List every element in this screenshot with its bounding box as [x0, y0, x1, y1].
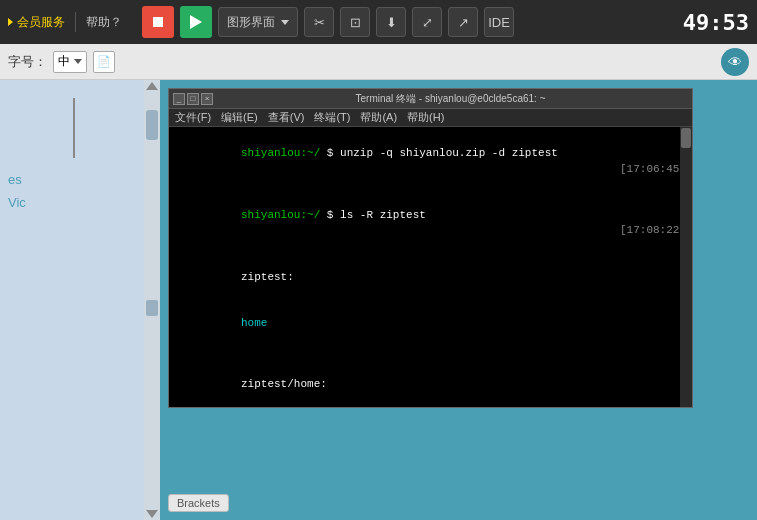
scroll-up-icon — [146, 82, 158, 90]
scissors-icon: ✂ — [314, 15, 325, 30]
next-icon — [190, 15, 202, 29]
countdown-timer: 49:53 — [683, 10, 749, 35]
scroll-middle-icon — [146, 300, 158, 316]
font-size-value: 中 — [58, 53, 70, 70]
sidebar-item-es[interactable]: es — [8, 168, 140, 191]
main-area: es Vic _ □ × Terminal 终端 - shiyanlou@e0c… — [0, 80, 757, 520]
menu-view[interactable]: 查看(V) — [268, 110, 305, 125]
scroll-down-icon — [146, 510, 158, 518]
eye-icon-button[interactable]: 👁 — [721, 48, 749, 76]
topbar-divider — [75, 12, 76, 32]
secondbar: 字号： 中 📄 👁 — [0, 44, 757, 80]
menu-help3[interactable]: 帮助(H) — [407, 110, 444, 125]
file-icon-button[interactable]: 📄 — [93, 51, 115, 73]
terminal-titlebar: _ □ × Terminal 终端 - shiyanlou@e0clde5ca6… — [169, 89, 692, 109]
topbar: 会员服务 帮助？ 图形界面 ✂ ⊡ ⬇ ⤢ ↗ IDE 49:53 — [0, 0, 757, 44]
next-button[interactable] — [180, 6, 212, 38]
terminal-line — [175, 346, 686, 361]
terminal-line: shiyanlou:~/ $ ls -R ziptest [17:08:22] — [175, 193, 686, 255]
font-size-selector[interactable]: 中 — [53, 51, 87, 73]
terminal-menubar: 文件(F) 编辑(E) 查看(V) 终端(T) 帮助(A) 帮助(H) — [169, 109, 692, 127]
eye-icon: 👁 — [728, 54, 742, 70]
download-button[interactable]: ⬇ — [376, 7, 406, 37]
brackets-label: Brackets — [168, 494, 229, 512]
terminal-maximize-button[interactable]: □ — [187, 93, 199, 105]
menu-edit[interactable]: 编辑(E) — [221, 110, 258, 125]
terminal-container: _ □ × Terminal 终端 - shiyanlou@e0clde5ca6… — [160, 80, 757, 520]
terminal-scrollbar[interactable] — [680, 127, 692, 407]
gui-dropdown[interactable]: 图形界面 — [218, 7, 298, 37]
terminal-line: shiyanlou:~/ $ unzip -q shiyanlou.zip -d… — [175, 131, 686, 193]
help-button[interactable]: 帮助？ — [86, 14, 122, 31]
terminal-line: home — [175, 300, 686, 346]
gui-dropdown-label: 图形界面 — [227, 14, 275, 31]
terminal-window: _ □ × Terminal 终端 - shiyanlou@e0clde5ca6… — [168, 88, 693, 408]
scissors-button[interactable]: ✂ — [304, 7, 334, 37]
terminal-title: Terminal 终端 - shiyanlou@e0clde5ca61: ~ — [213, 92, 688, 106]
scroll-thumb[interactable] — [146, 110, 158, 140]
stop-icon — [153, 17, 163, 27]
terminal-line: ziptest: — [175, 254, 686, 300]
terminal-scroll-thumb[interactable] — [681, 128, 691, 148]
sidebar-item-vic[interactable]: Vic — [8, 191, 140, 214]
expand-icon: ⤢ — [422, 15, 433, 30]
menu-terminal[interactable]: 终端(T) — [314, 110, 350, 125]
stop-button[interactable] — [142, 6, 174, 38]
font-size-arrow-icon — [74, 59, 82, 64]
terminal-line: ziptest/home: — [175, 362, 686, 407]
terminal-minimize-button[interactable]: _ — [173, 93, 185, 105]
ide-label: IDE — [488, 15, 510, 30]
sidebar-content: es Vic — [0, 80, 160, 520]
download-icon: ⬇ — [386, 15, 397, 30]
menu-help2[interactable]: 帮助(A) — [360, 110, 397, 125]
copy-button[interactable]: ⊡ — [340, 7, 370, 37]
terminal-close-button[interactable]: × — [201, 93, 213, 105]
copy-icon: ⊡ — [350, 15, 361, 30]
sidebar-scrollbar[interactable] — [144, 80, 160, 520]
expand-button[interactable]: ⤢ — [412, 7, 442, 37]
ide-button[interactable]: IDE — [484, 7, 514, 37]
terminal-body[interactable]: shiyanlou:~/ $ unzip -q shiyanlou.zip -d… — [169, 127, 692, 407]
member-service-label: 会员服务 — [17, 14, 65, 31]
file-icon: 📄 — [97, 55, 111, 68]
member-service-btn[interactable]: 会员服务 — [8, 14, 65, 31]
external-link-icon: ↗ — [458, 15, 469, 30]
font-size-label: 字号： — [8, 53, 47, 71]
external-link-button[interactable]: ↗ — [448, 7, 478, 37]
member-triangle-icon — [8, 18, 13, 26]
menu-file[interactable]: 文件(F) — [175, 110, 211, 125]
left-sidebar: es Vic — [0, 80, 160, 520]
gui-dropdown-arrow-icon — [281, 20, 289, 25]
sidebar-divider — [73, 98, 75, 158]
terminal-window-controls: _ □ × — [173, 93, 213, 105]
